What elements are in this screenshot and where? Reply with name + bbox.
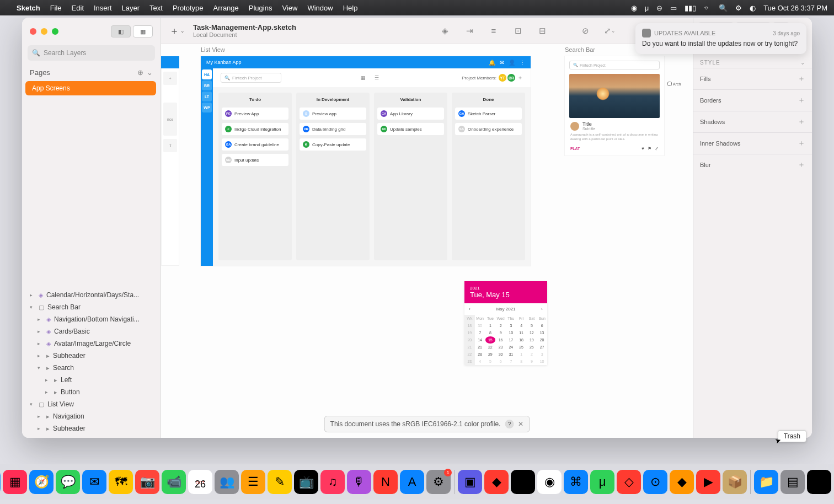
add-icon[interactable]: ＋: [798, 138, 805, 148]
app-menu[interactable]: Sketch: [17, 4, 40, 12]
arch-checkbox[interactable]: Arch: [667, 82, 681, 86]
add-icon[interactable]: ＋: [798, 117, 805, 127]
tb-mask-icon[interactable]: ⊘: [577, 24, 594, 38]
tb-symbol-icon[interactable]: ◈: [437, 24, 453, 38]
minimize-window-button[interactable]: [41, 28, 47, 35]
inspector-section-blur[interactable]: Blur＋: [693, 154, 812, 175]
disclosure-icon[interactable]: ▸: [45, 377, 51, 383]
layer-row[interactable]: ▸◈Avatar/Image/Large/Circle: [22, 337, 161, 350]
close-window-button[interactable]: [30, 28, 36, 35]
dock-app-icon[interactable]: ◉: [537, 470, 562, 494]
dock-app-icon[interactable]: 📦: [723, 470, 747, 494]
dock-app-icon[interactable]: ◇: [617, 470, 641, 494]
dock-app-icon[interactable]: 📷: [135, 470, 159, 494]
menu-window[interactable]: Window: [307, 4, 333, 12]
menubar-clock[interactable]: Tue Oct 26 3:37 PM: [763, 4, 827, 12]
dock-app-icon[interactable]: 👥: [215, 470, 239, 494]
dock-app-icon[interactable]: >_: [511, 470, 535, 494]
tb-group-icon[interactable]: ⊡: [510, 24, 526, 38]
dock-app-icon[interactable]: μ: [590, 470, 614, 494]
disclosure-icon[interactable]: ▸: [38, 426, 43, 431]
dock-app-icon[interactable]: ▪: [807, 470, 831, 494]
utorrent-icon[interactable]: μ: [645, 4, 649, 12]
artboard-searchbar[interactable]: 🔍 Fintech Project Title Subtitle A parag…: [565, 56, 664, 156]
dock-app-icon[interactable]: 🎙: [347, 470, 371, 494]
menu-view[interactable]: View: [282, 4, 297, 12]
inspector-section-borders[interactable]: Borders＋: [693, 89, 812, 111]
dock-app-icon[interactable]: A: [400, 470, 424, 494]
add-page-icon[interactable]: ⊕: [137, 68, 143, 77]
dock-app-icon[interactable]: ▤: [780, 470, 805, 494]
layer-row[interactable]: ▾▢Search Bar: [22, 301, 161, 313]
menubar-app-icon[interactable]: ⊖: [656, 4, 662, 12]
dock-app-icon[interactable]: ◆: [484, 470, 509, 494]
fullscreen-window-button[interactable]: [52, 28, 58, 35]
canvas[interactable]: List View Search Bar + nce ⇪ My Kanban A…: [161, 44, 693, 438]
spotlight-icon[interactable]: 🔍: [719, 4, 728, 12]
dock-app-icon[interactable]: ☰: [241, 470, 265, 494]
disclosure-icon[interactable]: ▸: [45, 389, 51, 395]
layer-row[interactable]: ▸◈Cards/Basic: [22, 325, 161, 337]
tb-ungroup-icon[interactable]: ⊟: [534, 24, 550, 38]
dock-app-icon[interactable]: ✎: [268, 470, 292, 494]
add-icon[interactable]: ＋: [798, 74, 805, 84]
layer-row[interactable]: ▾▸Search: [22, 362, 161, 374]
layer-row[interactable]: ▾▢List View: [22, 398, 161, 410]
style-chevron-icon[interactable]: ⌄: [800, 60, 805, 66]
disclosure-icon[interactable]: ▾: [38, 365, 43, 371]
menu-prototype[interactable]: Prototype: [173, 4, 204, 12]
layer-row[interactable]: ▸▸Subheader: [22, 350, 161, 362]
sidebar-toggle-components[interactable]: ▦: [133, 25, 153, 37]
dock-app-icon[interactable]: ✉: [82, 470, 106, 494]
tb-scale-icon[interactable]: ⤢⌄: [601, 24, 618, 38]
control-center-icon[interactable]: ⚙: [735, 4, 742, 12]
menu-arrange[interactable]: Arrange: [213, 4, 239, 12]
menubar-app-icon-2[interactable]: ▭: [670, 4, 677, 12]
disclosure-icon[interactable]: ▾: [30, 304, 35, 310]
dock-app-icon[interactable]: ⊙: [643, 470, 667, 494]
disclosure-icon[interactable]: ▸: [38, 317, 43, 322]
dock-app-icon[interactable]: OCT26: [188, 470, 212, 494]
dock-app-icon[interactable]: ⚙1: [426, 470, 451, 494]
menu-help[interactable]: Help: [343, 4, 358, 12]
dock-app-icon[interactable]: 📁: [754, 470, 778, 494]
disclosure-icon[interactable]: ▸: [38, 353, 43, 358]
search-layers-input[interactable]: 🔍 Search Layers: [28, 45, 155, 61]
collapse-pages-icon[interactable]: ⌄: [147, 68, 153, 77]
dock-app-icon[interactable]: ▶: [696, 470, 720, 494]
layer-row[interactable]: ▸◈Navigation/Bottom Navigati...: [22, 313, 161, 325]
disclosure-icon[interactable]: ▸: [30, 292, 35, 298]
dock-app-icon[interactable]: ♫: [320, 470, 345, 494]
tb-align-icon[interactable]: ⇥: [461, 24, 478, 38]
creative-cloud-icon[interactable]: ◉: [631, 4, 637, 12]
disclosure-icon[interactable]: ▾: [30, 401, 35, 407]
artboard-listview[interactable]: My Kanban App 🔔 ✉ 👤 ⋮ HABRLTWP 🔍: [201, 56, 531, 266]
dock-app-icon[interactable]: 🗺: [109, 470, 133, 494]
layer-row[interactable]: ▸▸Subheader: [22, 422, 161, 435]
disclosure-icon[interactable]: ▸: [38, 414, 43, 419]
battery-icon[interactable]: ▮▮▯: [685, 4, 696, 12]
sidebar-toggle-left[interactable]: ◧: [111, 25, 131, 37]
layer-row[interactable]: ▸▸Button: [22, 386, 161, 398]
add-icon[interactable]: ＋: [798, 160, 805, 170]
partial-artboard-left[interactable]: + nce ⇪: [161, 56, 179, 266]
dock-app-icon[interactable]: ◆: [670, 470, 694, 494]
menu-insert[interactable]: Insert: [94, 4, 112, 12]
menu-layer[interactable]: Layer: [122, 4, 140, 12]
menu-text[interactable]: Text: [149, 4, 163, 12]
notification-banner[interactable]: UPDATES AVAILABLE 3 days ago Do you want…: [635, 23, 806, 54]
dock-app-icon[interactable]: ☺: [0, 470, 1, 494]
artboard-label-listview[interactable]: List View: [201, 46, 225, 53]
insert-button[interactable]: ＋⌄: [169, 24, 185, 38]
page-item-app-screens[interactable]: App Screens: [25, 81, 156, 95]
layer-row[interactable]: ▸▸Navigation: [22, 410, 161, 422]
siri-icon[interactable]: ◐: [750, 4, 756, 12]
dock-app-icon[interactable]: 📺: [294, 470, 318, 494]
dock-app-icon[interactable]: 📹: [162, 470, 186, 494]
inspector-section-fills[interactable]: Fills＋: [693, 68, 812, 89]
menu-edit[interactable]: Edit: [72, 4, 84, 12]
layer-row[interactable]: ▸◈Calendar/Horizontal/Days/Sta...: [22, 289, 161, 301]
disclosure-icon[interactable]: ▸: [38, 329, 43, 334]
menu-file[interactable]: File: [50, 4, 62, 12]
inspector-section-shadows[interactable]: Shadows＋: [693, 111, 812, 132]
